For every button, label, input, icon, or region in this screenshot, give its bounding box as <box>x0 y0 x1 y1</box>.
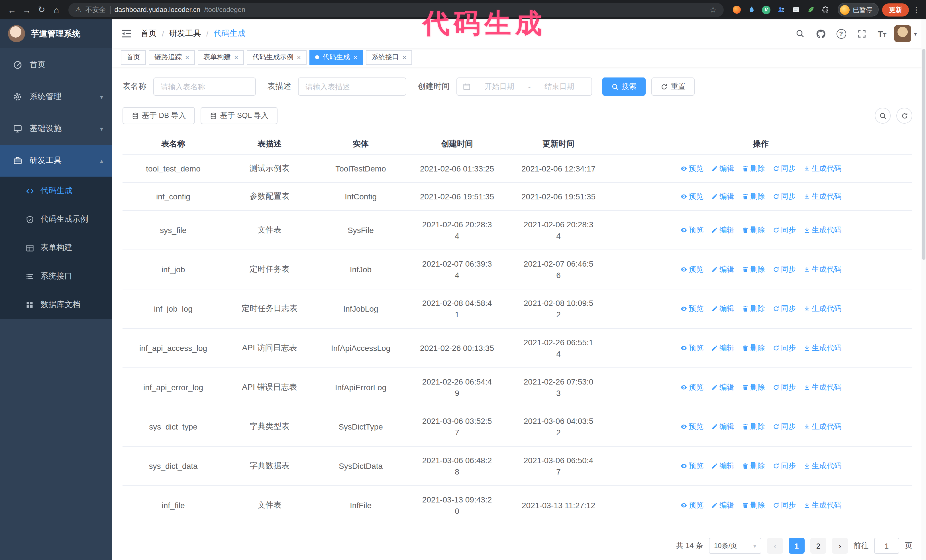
extension-vue-icon[interactable]: V <box>761 5 771 15</box>
tab-codegen[interactable]: 代码生成 × <box>309 50 363 65</box>
preview-action[interactable]: 预览 <box>680 163 704 174</box>
app-logo[interactable]: 芋道管理系统 <box>0 20 112 48</box>
delete-action[interactable]: 删除 <box>741 343 765 353</box>
sync-action[interactable]: 同步 <box>772 421 796 432</box>
generate-action[interactable]: 生成代码 <box>803 163 841 174</box>
page-button-1[interactable]: 1 <box>789 538 805 554</box>
start-date-placeholder[interactable]: 开始日期 <box>473 82 526 92</box>
sync-action[interactable]: 同步 <box>772 343 796 353</box>
browser-menu-icon[interactable]: ⋮ <box>911 5 921 14</box>
next-page-button[interactable]: › <box>832 538 848 554</box>
sync-action[interactable]: 同步 <box>772 264 796 275</box>
sidebar-item-devtools[interactable]: 研发工具 ▴ <box>0 145 112 177</box>
font-size-icon[interactable]: TT <box>872 20 892 48</box>
browser-back-icon[interactable]: ← <box>5 2 20 18</box>
sidebar-item-codegen-example[interactable]: 代码生成示例 <box>0 205 112 234</box>
sync-action[interactable]: 同步 <box>772 192 796 202</box>
delete-action[interactable]: 删除 <box>741 421 765 432</box>
user-avatar[interactable]: ▾ <box>893 20 918 48</box>
address-bar[interactable]: ⚠ 不安全 dashboard.yudao.iocoder.cn /tool/c… <box>68 3 723 17</box>
delete-action[interactable]: 删除 <box>741 192 765 202</box>
sidebar-item-system-api[interactable]: 系统接口 <box>0 262 112 291</box>
extension-leaf-icon[interactable] <box>805 5 816 15</box>
close-icon[interactable]: × <box>234 54 238 61</box>
date-range-picker[interactable]: 开始日期 - 结束日期 <box>457 77 592 96</box>
bookmark-star-icon[interactable]: ☆ <box>710 5 717 14</box>
preview-action[interactable]: 预览 <box>680 343 704 353</box>
tab-codegen-example[interactable]: 代码生成示例 × <box>247 50 307 65</box>
prev-page-button[interactable]: ‹ <box>767 538 783 554</box>
end-date-placeholder[interactable]: 结束日期 <box>533 82 586 92</box>
table-desc-input[interactable] <box>298 77 406 96</box>
edit-action[interactable]: 编辑 <box>711 163 734 174</box>
browser-forward-icon[interactable]: → <box>20 2 34 18</box>
close-icon[interactable]: × <box>185 54 189 61</box>
edit-action[interactable]: 编辑 <box>711 421 734 432</box>
generate-action[interactable]: 生成代码 <box>803 192 841 202</box>
preview-action[interactable]: 预览 <box>680 225 704 235</box>
browser-reload-icon[interactable]: ↻ <box>34 2 49 18</box>
edit-action[interactable]: 编辑 <box>711 303 734 314</box>
extension-card-icon[interactable] <box>791 5 801 15</box>
extension-fox-icon[interactable] <box>731 5 741 15</box>
sidebar-item-form-builder[interactable]: 表单构建 <box>0 234 112 262</box>
preview-action[interactable]: 预览 <box>680 421 704 432</box>
sync-action[interactable]: 同步 <box>772 461 796 471</box>
close-icon[interactable]: × <box>297 54 301 61</box>
generate-action[interactable]: 生成代码 <box>803 343 841 353</box>
extension-people-icon[interactable] <box>776 5 786 15</box>
tab-home[interactable]: 首页 <box>121 50 146 65</box>
delete-action[interactable]: 删除 <box>741 500 765 510</box>
delete-action[interactable]: 删除 <box>741 461 765 471</box>
extension-drop-icon[interactable] <box>746 5 757 15</box>
tab-system-api[interactable]: 系统接口 × <box>366 50 412 65</box>
page-button-2[interactable]: 2 <box>810 538 826 554</box>
help-icon[interactable]: ? <box>831 20 851 48</box>
edit-action[interactable]: 编辑 <box>711 225 734 235</box>
generate-action[interactable]: 生成代码 <box>803 303 841 314</box>
generate-action[interactable]: 生成代码 <box>803 225 841 235</box>
page-size-select[interactable]: 10条/页 ▾ <box>709 538 761 554</box>
generate-action[interactable]: 生成代码 <box>803 264 841 275</box>
tab-form-builder[interactable]: 表单构建 × <box>198 50 244 65</box>
refresh-table-icon[interactable] <box>896 108 912 124</box>
generate-action[interactable]: 生成代码 <box>803 382 841 392</box>
sync-action[interactable]: 同步 <box>772 382 796 392</box>
github-icon[interactable] <box>811 20 830 48</box>
preview-action[interactable]: 预览 <box>680 461 704 471</box>
breadcrumb-home[interactable]: 首页 <box>141 29 157 39</box>
delete-action[interactable]: 删除 <box>741 382 765 392</box>
delete-action[interactable]: 删除 <box>741 163 765 174</box>
close-icon[interactable]: × <box>402 54 406 61</box>
sync-action[interactable]: 同步 <box>772 500 796 510</box>
toggle-search-icon[interactable] <box>875 108 891 124</box>
edit-action[interactable]: 编辑 <box>711 264 734 275</box>
sidebar-item-codegen[interactable]: 代码生成 <box>0 177 112 205</box>
search-button[interactable]: 搜索 <box>602 77 646 96</box>
sync-action[interactable]: 同步 <box>772 163 796 174</box>
generate-action[interactable]: 生成代码 <box>803 500 841 510</box>
table-name-input[interactable] <box>153 77 256 96</box>
preview-action[interactable]: 预览 <box>680 303 704 314</box>
extensions-puzzle-icon[interactable] <box>820 5 831 15</box>
sync-action[interactable]: 同步 <box>772 303 796 314</box>
tab-trace[interactable]: 链路追踪 × <box>149 50 195 65</box>
import-db-button[interactable]: 基于 DB 导入 <box>123 107 195 124</box>
edit-action[interactable]: 编辑 <box>711 192 734 202</box>
edit-action[interactable]: 编辑 <box>711 382 734 392</box>
browser-profile-chip[interactable]: 已暂停 <box>837 3 879 17</box>
page-scrollbar[interactable] <box>921 20 926 560</box>
preview-action[interactable]: 预览 <box>680 500 704 510</box>
sidebar-item-system[interactable]: 系统管理 ▾ <box>0 81 112 113</box>
sidebar-item-infra[interactable]: 基础设施 ▾ <box>0 113 112 145</box>
import-sql-button[interactable]: 基于 SQL 导入 <box>201 107 278 124</box>
browser-home-icon[interactable]: ⌂ <box>49 2 64 18</box>
sidebar-item-db-docs[interactable]: 数据库文档 <box>0 291 112 319</box>
browser-update-button[interactable]: 更新 <box>882 3 909 16</box>
delete-action[interactable]: 删除 <box>741 264 765 275</box>
edit-action[interactable]: 编辑 <box>711 461 734 471</box>
close-icon[interactable]: × <box>353 54 357 61</box>
security-label[interactable]: 不安全 <box>85 5 106 15</box>
edit-action[interactable]: 编辑 <box>711 343 734 353</box>
sidebar-item-home[interactable]: 首页 <box>0 49 112 81</box>
